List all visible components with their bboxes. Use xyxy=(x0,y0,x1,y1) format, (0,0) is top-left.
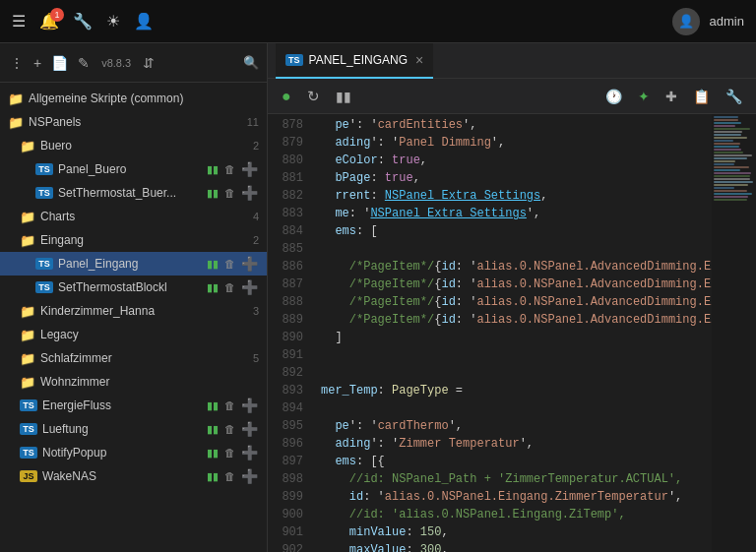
folder-icon: 📁 xyxy=(20,210,35,224)
code-editor[interactable]: 8788798808818828838848858868878888898908… xyxy=(268,114,756,552)
tree-actions: ▮▮ 🗑 ➕ xyxy=(206,397,259,414)
add-btn[interactable]: ➕ xyxy=(240,160,259,178)
add-btn[interactable]: ➕ xyxy=(240,397,259,414)
add-btn[interactable]: ➕ xyxy=(240,444,259,461)
delete-btn[interactable]: 🗑 xyxy=(223,446,236,460)
ts-badge: TS xyxy=(35,187,53,199)
hamburger-icon[interactable]: ☰ xyxy=(12,12,26,31)
sidebar-item-label: Allgemeine Skripte (common) xyxy=(29,92,259,105)
top-nav: ☰ 🔔 1 🔧 ☀ 👤 👤 admin xyxy=(0,0,756,43)
minimap-content xyxy=(712,114,756,204)
run-btn[interactable]: ▮▮ xyxy=(206,399,220,413)
reload-btn[interactable]: ↻ xyxy=(303,86,324,107)
add-btn[interactable]: ➕ xyxy=(240,278,259,296)
sidebar-sort-icon[interactable]: ⇵ xyxy=(141,53,157,73)
sidebar-item-legacy[interactable]: 📁 Legacy xyxy=(0,323,267,346)
sidebar-item-label: Panel_Eingang xyxy=(58,257,206,271)
sidebar-menu-icon[interactable]: ⋮ xyxy=(8,53,26,73)
delete-btn[interactable]: 🗑 xyxy=(223,422,236,436)
sidebar-item-label: Kinderzimmer_Hanna xyxy=(40,304,249,318)
notification-badge: 1 xyxy=(50,8,64,22)
sidebar-item-label: Legacy xyxy=(40,328,259,341)
sidebar-folder-icon[interactable]: 📄 xyxy=(49,53,70,73)
tab-panel-eingang[interactable]: TS PANEL_EINGANG × xyxy=(276,43,433,79)
sidebar-item-wohnzimmer[interactable]: 📁 Wohnzimmer xyxy=(0,370,267,394)
sidebar-item-nspanels[interactable]: 📁 NSPanels 11 xyxy=(0,110,267,134)
folder-icon: 📁 xyxy=(20,328,35,342)
add-btn[interactable]: ➕ xyxy=(240,184,259,202)
nav-right: 👤 admin xyxy=(672,8,744,35)
folder-icon: 📁 xyxy=(20,139,35,153)
sidebar-edit-icon[interactable]: ✎ xyxy=(76,53,92,73)
bell-wrapper[interactable]: 🔔 1 xyxy=(39,12,59,31)
delete-btn[interactable]: 🗑 xyxy=(223,257,236,271)
code-content[interactable]: pe': 'cardEntities', ading': 'Panel Dimm… xyxy=(311,114,712,552)
delete-btn[interactable]: 🗑 xyxy=(223,162,236,176)
run-btn[interactable]: ▮▮ xyxy=(206,469,220,484)
add-btn[interactable]: ➕ xyxy=(240,467,259,485)
nav-left: ☰ 🔔 1 🔧 ☀ 👤 xyxy=(12,12,154,31)
sidebar-item-setthermostat-buer[interactable]: TS SetThermostat_Buer... ▮▮ 🗑 ➕ xyxy=(0,181,267,205)
tree-actions: ▮▮ 🗑 ➕ xyxy=(206,278,259,296)
run-btn[interactable]: ▮▮ xyxy=(206,162,220,177)
settings-btn[interactable]: 🔧 xyxy=(722,87,746,106)
sidebar-item-label: Schlafzimmer xyxy=(40,351,249,365)
sidebar-item-panel-eingang[interactable]: TS Panel_Eingang ▮▮ 🗑 ➕ xyxy=(0,252,267,276)
expand-btn[interactable]: ✚ xyxy=(662,87,681,106)
tree-actions: ▮▮ 🗑 ➕ xyxy=(206,255,259,273)
sidebar-item-wakenas[interactable]: JS WakeNAS ▮▮ 🗑 ➕ xyxy=(0,464,267,488)
toolbar-right: 🕐 ✦ ✚ 📋 🔧 xyxy=(601,87,746,106)
sidebar-item-label: NotifyPopup xyxy=(42,446,206,460)
run-btn[interactable]: ▮▮ xyxy=(206,422,220,437)
pause-btn[interactable]: ▮▮ xyxy=(332,87,355,106)
delete-btn[interactable]: 🗑 xyxy=(223,399,236,412)
sidebar-add-icon[interactable]: + xyxy=(32,53,43,73)
run-btn[interactable]: ▮▮ xyxy=(206,257,220,272)
sidebar-search-icon[interactable]: 🔍 xyxy=(243,55,259,70)
ts-badge: TS xyxy=(20,447,37,459)
sidebar-item-schlafzimmer[interactable]: 📁 Schlafzimmer 5 xyxy=(0,346,267,370)
delete-btn[interactable]: 🗑 xyxy=(223,186,236,200)
sidebar-item-eingang[interactable]: 📁 Eingang 2 xyxy=(0,228,267,252)
run-btn[interactable]: ● xyxy=(278,86,295,107)
sidebar-item-notifypopup[interactable]: TS NotifyPopup ▮▮ 🗑 ➕ xyxy=(0,441,267,464)
tab-close-btn[interactable]: × xyxy=(415,52,423,68)
sidebar-item-buero[interactable]: 📁 Buero 2 xyxy=(0,134,267,157)
run-btn[interactable]: ▮▮ xyxy=(206,280,220,295)
sidebar-item-setthermostat-blockl[interactable]: TS SetThermostatBlockl ▮▮ 🗑 ➕ xyxy=(0,276,267,299)
sidebar-item-kinderzimmer[interactable]: 📁 Kinderzimmer_Hanna 3 xyxy=(0,299,267,323)
delete-btn[interactable]: 🗑 xyxy=(223,280,236,294)
sidebar-item-panel-buero[interactable]: TS Panel_Buero ▮▮ 🗑 ➕ xyxy=(0,157,267,181)
sidebar-item-label: Lueftung xyxy=(42,422,206,436)
add-btn[interactable]: ➕ xyxy=(240,255,259,273)
folder-icon: 📁 xyxy=(8,92,24,106)
history-btn[interactable]: 🕐 xyxy=(601,87,626,106)
version-label: v8.8.3 xyxy=(101,57,131,69)
delete-btn[interactable]: 🗑 xyxy=(223,469,236,483)
sidebar: ⋮ + 📄 ✎ v8.8.3 ⇵ 🔍 📁 Allgemeine Skripte … xyxy=(0,43,268,552)
sidebar-item-common[interactable]: 📁 Allgemeine Skripte (common) xyxy=(0,87,267,110)
tree-actions: ▮▮ 🗑 ➕ xyxy=(206,467,259,485)
avatar-icon: 👤 xyxy=(678,14,694,29)
clipboard-btn[interactable]: 📋 xyxy=(689,87,714,106)
sidebar-item-count: 2 xyxy=(253,140,259,152)
sidebar-item-charts[interactable]: 📁 Charts 4 xyxy=(0,205,267,228)
tools-icon[interactable]: 🔧 xyxy=(73,12,93,31)
sidebar-item-count: 11 xyxy=(247,116,259,128)
sidebar-item-lueftung[interactable]: TS Lueftung ▮▮ 🗑 ➕ xyxy=(0,417,267,441)
account-icon[interactable]: 👤 xyxy=(134,12,154,31)
ts-badge: TS xyxy=(20,423,37,435)
sidebar-item-count: 5 xyxy=(253,352,259,364)
run-btn[interactable]: ▮▮ xyxy=(206,446,220,460)
sidebar-item-label: SetThermostat_Buer... xyxy=(58,186,206,200)
sidebar-item-label: Buero xyxy=(40,139,249,153)
sidebar-tree: 📁 Allgemeine Skripte (common) 📁 NSPanels… xyxy=(0,83,267,552)
sidebar-item-count: 4 xyxy=(253,211,259,222)
ai-btn[interactable]: ✦ xyxy=(634,87,654,106)
theme-icon[interactable]: ☀ xyxy=(106,12,120,31)
run-btn[interactable]: ▮▮ xyxy=(206,186,220,201)
tab-label: PANEL_EINGANG xyxy=(309,53,408,67)
add-btn[interactable]: ➕ xyxy=(240,420,259,438)
sidebar-item-energiefluss[interactable]: TS EnergieFluss ▮▮ 🗑 ➕ xyxy=(0,394,267,417)
avatar[interactable]: 👤 xyxy=(672,8,700,35)
